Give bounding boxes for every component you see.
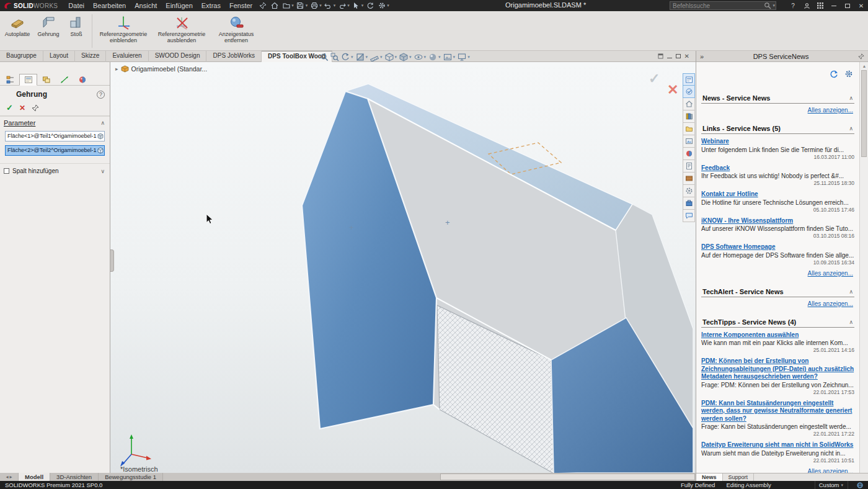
appearances-tab-icon[interactable] — [683, 148, 695, 160]
minimize-icon[interactable] — [827, 0, 841, 11]
section-header-links[interactable]: Links - Service News (5) ∧ — [701, 123, 854, 134]
caret-down-icon[interactable]: ▾ — [334, 3, 336, 8]
news-item-link[interactable]: PDM: Können bei der Erstellung von Zeich… — [701, 357, 854, 381]
feature-tree-flyout[interactable]: ▸ Origamimoebel (Standar... — [115, 65, 207, 73]
tab-layout[interactable]: Layout — [43, 51, 75, 62]
edit-appearance-icon[interactable] — [428, 53, 437, 61]
ok-button[interactable]: ✓ — [6, 103, 13, 112]
units-dropdown[interactable]: Custom ▾ — [815, 481, 848, 489]
show-all-link[interactable]: Alles anzeigen... — [701, 270, 853, 277]
section-header-news[interactable]: News - Service News ∧ — [701, 93, 854, 104]
view-palette-tab-icon[interactable] — [683, 135, 695, 148]
collapse-icon[interactable]: ∧ — [849, 289, 853, 295]
news-item-link[interactable]: Webinare — [701, 138, 854, 146]
graphics-viewport[interactable]: ▸ Origamimoebel (Standar... ✓ ✕ + + *Iso… — [110, 62, 696, 473]
pin-menu-icon[interactable] — [257, 1, 268, 10]
menu-bearbeiten[interactable]: Bearbeiten — [89, 1, 130, 10]
dps-tools-tab-icon[interactable] — [683, 86, 695, 98]
caret-down-icon[interactable]: ▾ — [395, 55, 397, 60]
close-icon[interactable]: ✕ — [854, 0, 868, 11]
expand-tree-icon[interactable]: ▸ — [115, 66, 118, 72]
solidworks-resources-tab-icon[interactable] — [683, 98, 695, 110]
refresh-icon[interactable] — [830, 70, 838, 83]
section-header-techtipps[interactable]: TechTipps - Service News (4) ∧ — [701, 317, 854, 328]
model-3d[interactable] — [110, 62, 696, 473]
hide-show-items-icon[interactable] — [414, 53, 423, 61]
footer-tab-news[interactable]: News — [696, 473, 723, 481]
help-icon[interactable]: ? — [97, 91, 105, 99]
tab-scroll-nav[interactable]: ◂ ▸ — [0, 473, 19, 481]
search-icon[interactable] — [762, 1, 773, 10]
caret-down-icon[interactable]: ▾ — [306, 3, 308, 8]
caret-down-icon[interactable]: ▾ — [424, 55, 427, 60]
caret-down-icon[interactable]: ▾ — [453, 55, 456, 60]
tab-scroll-right-icon[interactable]: ▸ — [10, 474, 12, 480]
news-item-link[interactable]: PDM: Kann bei Statusänderungen eingestel… — [701, 400, 854, 423]
account-icon[interactable] — [800, 0, 813, 11]
face-selection-1[interactable]: Fläche<1>@Teil1^Origamimoebel-1 — [5, 131, 105, 141]
menu-einfuegen[interactable]: Einfügen — [161, 1, 197, 10]
tab-scroll-left-icon[interactable]: ◂ — [6, 474, 8, 480]
design-library-tab-icon[interactable] — [683, 110, 695, 123]
rebuild-icon[interactable] — [365, 1, 375, 10]
swood-cam-tab-icon[interactable] — [683, 185, 695, 197]
news-item-link[interactable]: Dateityp Erweiterung sieht man nicht in … — [701, 441, 854, 449]
zoom-fit-icon[interactable] — [320, 53, 329, 61]
confirm-cancel-icon[interactable]: ✕ — [667, 82, 678, 98]
featuremanager-tree-icon[interactable] — [1, 74, 19, 86]
select-cursor-icon[interactable] — [351, 1, 361, 10]
collapse-icon[interactable]: ∧ — [849, 95, 853, 101]
options-gear-icon[interactable] — [376, 1, 387, 10]
cancel-button[interactable]: ✕ — [19, 104, 25, 112]
swood-design-tab-icon[interactable] — [683, 173, 695, 185]
tab-dps-jobworks[interactable]: DPS JobWorks — [206, 51, 262, 62]
caret-down-icon[interactable]: ▾ — [438, 55, 441, 60]
news-item-link[interactable]: DPS Software Homepage — [701, 243, 854, 251]
collapse-icon[interactable]: ∧ — [100, 120, 105, 126]
displaymanager-icon[interactable] — [73, 74, 91, 86]
face-selection-2[interactable]: Fläche<2>@Teil2^Origamimoebel-1 — [5, 145, 105, 156]
configurationmanager-icon[interactable] — [37, 74, 55, 86]
caret-down-icon[interactable]: ▾ — [347, 3, 350, 8]
print-icon[interactable] — [309, 1, 319, 10]
menu-fenster[interactable]: Fenster — [225, 1, 257, 10]
show-all-link[interactable]: Alles anzeigen... — [701, 300, 853, 307]
settings-gear-icon[interactable] — [844, 70, 853, 83]
forum-tab-icon[interactable] — [683, 210, 695, 222]
expand-icon[interactable]: ∨ — [100, 168, 105, 174]
help-icon[interactable]: ? — [786, 0, 800, 11]
caret-down-icon[interactable]: ▾ — [319, 3, 322, 8]
open-document-icon[interactable] — [281, 1, 291, 10]
undo-icon[interactable] — [323, 1, 334, 10]
tab-swood-design[interactable]: SWOOD Design — [149, 51, 207, 62]
news-item-link[interactable]: iKNOW - Ihre Wissensplattform — [701, 217, 854, 225]
tab-skizze[interactable]: Skizze — [75, 51, 106, 62]
measure-icon[interactable] — [370, 53, 379, 61]
show-all-link[interactable]: Alles anzeigen... — [701, 468, 853, 473]
custom-properties-tab-icon[interactable] — [683, 160, 695, 173]
tab-modell[interactable]: Modell — [19, 473, 50, 481]
footer-tab-support[interactable]: Support — [723, 473, 755, 481]
dps-jobworks-tab-icon[interactable] — [683, 197, 695, 210]
tab-evaluieren[interactable]: Evaluieren — [106, 51, 148, 62]
assembly-tree-item[interactable]: Origamimoebel (Standar... — [131, 65, 208, 73]
panel-splitter-handle[interactable] — [110, 249, 114, 272]
doc-minimize-icon[interactable] — [667, 53, 672, 60]
spalt-checkbox[interactable] — [4, 168, 9, 174]
caret-down-icon[interactable]: ▾ — [380, 55, 383, 60]
confirm-ok-icon[interactable]: ✓ — [649, 71, 660, 87]
save-icon[interactable] — [295, 1, 306, 10]
home-icon[interactable] — [269, 1, 280, 10]
anzeigestatus-entfernen-button[interactable]: Anzeigestatus entfernen — [211, 13, 261, 49]
redo-icon[interactable] — [337, 1, 347, 10]
view-orientation-icon[interactable] — [385, 53, 394, 61]
autoplatte-button[interactable]: Autoplatte — [2, 13, 32, 49]
caret-down-icon[interactable]: ▾ — [467, 55, 470, 60]
news-item-link[interactable]: Kontakt zur Hotline — [701, 191, 854, 199]
apply-scene-icon[interactable] — [443, 53, 452, 61]
doc-close-icon[interactable]: ✕ — [684, 53, 689, 60]
section-header-techalert[interactable]: TechAlert - Service News ∧ — [701, 287, 854, 297]
caret-down-icon[interactable]: ▾ — [773, 3, 775, 8]
tab-baugruppe[interactable]: Baugruppe — [0, 51, 43, 62]
caret-down-icon[interactable]: ▾ — [409, 55, 412, 60]
